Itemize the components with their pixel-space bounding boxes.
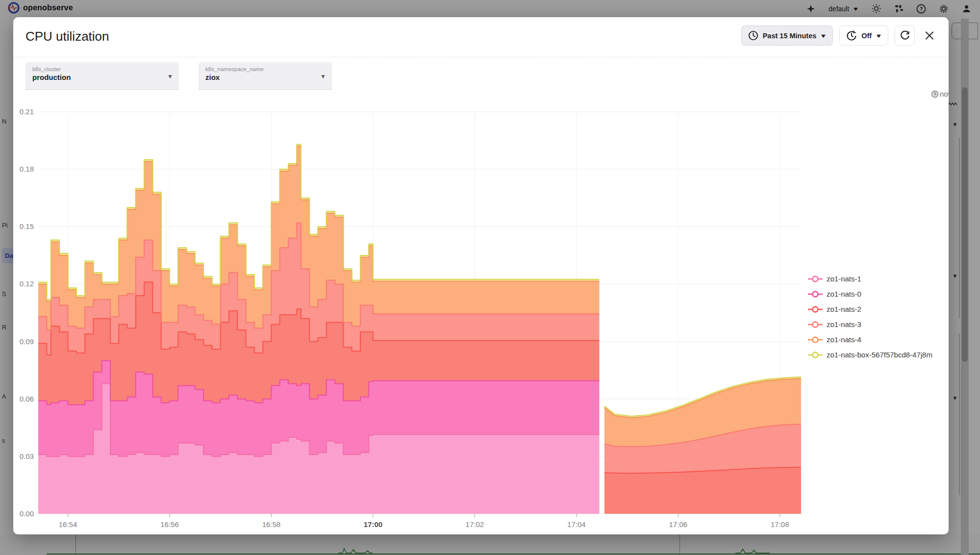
legend-marker-icon (808, 351, 823, 359)
legend-label: zo1-nats-2 (827, 305, 861, 313)
panel-view-dialog: CPU utilization Past 15 Minutes ▼ Off ▼ (13, 17, 949, 534)
svg-text:0.18: 0.18 (20, 165, 34, 173)
svg-text:0.12: 0.12 (20, 279, 34, 288)
legend-item-zo1-nats-box-567f57bcd8-47j8m[interactable]: zo1-nats-box-567f57bcd8-47j8m (808, 347, 932, 362)
legend-item-zo1-nats-3[interactable]: zo1-nats-3 (808, 317, 932, 332)
svg-text:16:56: 16:56 (160, 520, 179, 529)
svg-text:17:00: 17:00 (364, 520, 382, 529)
svg-text:17:06: 17:06 (669, 520, 688, 529)
legend-label: zo1-nats-1 (827, 275, 861, 283)
legend-marker-icon (808, 290, 823, 298)
legend-item-zo1-nats-0[interactable]: zo1-nats-0 (808, 286, 932, 302)
chart-legend: zo1-nats-1zo1-nats-0zo1-nats-2zo1-nats-3… (808, 271, 932, 362)
svg-text:0.15: 0.15 (20, 222, 34, 230)
legend-marker-icon (808, 305, 823, 313)
legend-item-zo1-nats-4[interactable]: zo1-nats-4 (808, 332, 932, 347)
legend-item-zo1-nats-1[interactable]: zo1-nats-1 (808, 271, 932, 286)
svg-text:0.21: 0.21 (20, 107, 34, 116)
legend-item-zo1-nats-2[interactable]: zo1-nats-2 (808, 302, 932, 317)
legend-label: zo1-nats-box-567f57bcd8-47j8m (827, 351, 932, 359)
legend-marker-icon (808, 321, 823, 328)
svg-text:17:08: 17:08 (771, 520, 789, 529)
svg-text:0.03: 0.03 (20, 452, 34, 460)
svg-text:0.09: 0.09 (20, 337, 34, 346)
svg-text:16:54: 16:54 (59, 520, 77, 529)
svg-text:0.06: 0.06 (20, 395, 34, 403)
svg-text:17:04: 17:04 (567, 520, 586, 529)
svg-text:17:02: 17:02 (466, 520, 484, 529)
legend-label: zo1-nats-0 (827, 290, 861, 298)
legend-label: zo1-nats-4 (827, 335, 861, 344)
app-root: openobserve default ▼ ? (0, 0, 980, 555)
legend-label: zo1-nats-3 (827, 320, 861, 328)
legend-marker-icon (808, 275, 823, 283)
svg-text:0.00: 0.00 (20, 509, 34, 518)
legend-marker-icon (808, 336, 823, 344)
svg-text:16:58: 16:58 (262, 520, 281, 529)
